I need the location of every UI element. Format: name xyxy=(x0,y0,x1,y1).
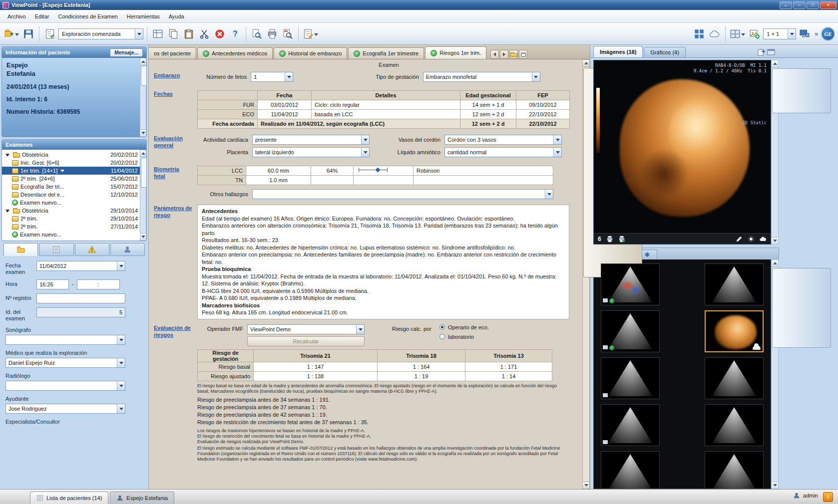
chevron-down-icon[interactable] xyxy=(545,190,553,199)
registry-number-input[interactable] xyxy=(36,293,125,303)
print-preview-button[interactable] xyxy=(250,26,264,41)
chevron-down-icon[interactable] xyxy=(117,404,125,413)
thumbnail-scrollbar[interactable] xyxy=(771,259,779,489)
new-exam-item[interactable]: +Examen nuevo... xyxy=(2,231,140,239)
percentile-slider[interactable] xyxy=(359,168,388,173)
exam-status-select[interactable]: Exploración comenzada xyxy=(58,28,143,39)
minimize-button[interactable]: – xyxy=(793,1,806,9)
add-image-button[interactable] xyxy=(748,26,762,41)
cloud-icon[interactable] xyxy=(760,236,767,243)
menu-condiciones[interactable]: Condiciones de Examen xyxy=(53,11,122,22)
print-image-icon[interactable] xyxy=(606,236,613,243)
cardiac-activity-select[interactable]: presente xyxy=(252,135,370,145)
save-button[interactable] xyxy=(21,26,35,41)
exit-exam-button[interactable] xyxy=(3,26,20,41)
thumbnail[interactable]: ✓ xyxy=(601,310,660,352)
sonographer-select[interactable] xyxy=(5,335,125,345)
exam-tree-item[interactable]: 2º trim.27/11/2014 xyxy=(2,223,140,231)
exam-tree-item[interactable]: Desenlace del e...12/10/2012 xyxy=(2,191,140,199)
worksheet-button[interactable] xyxy=(302,26,319,41)
tab-exam-data[interactable] xyxy=(3,243,38,256)
chevron-down-icon[interactable] xyxy=(117,261,125,270)
exam-tree-item-selected[interactable]: 1er trim. [14+1]11/04/2012 xyxy=(2,167,140,175)
copy-button[interactable] xyxy=(166,26,180,41)
chevron-down-icon[interactable] xyxy=(553,135,561,144)
chevron-down-icon[interactable] xyxy=(553,148,561,157)
amniotic-fluid-select[interactable]: cantidad normal xyxy=(444,147,562,157)
exam-tree-item[interactable]: 2º trim. [24+6]25/06/2012 xyxy=(2,175,140,183)
ultrasound-main-image[interactable]: RAB4-8-D/OB MI 1.1 9.4cm / 1.2 / 46Hz Ti… xyxy=(593,60,771,245)
gestation-type-select[interactable]: Embarazo monofetal xyxy=(423,72,540,82)
help-button[interactable]: ? xyxy=(228,26,242,41)
cancel-button[interactable] xyxy=(213,26,227,41)
cord-vessels-select[interactable]: Cordón con 3 vasos xyxy=(444,135,562,145)
chevron-down-icon[interactable] xyxy=(117,335,125,344)
radio-laboratory[interactable] xyxy=(439,334,445,339)
chevron-down-icon[interactable] xyxy=(285,72,293,81)
thumbnail[interactable] xyxy=(705,357,764,399)
pdf-search-button[interactable] xyxy=(281,26,295,41)
fullscreen-image-icon[interactable] xyxy=(767,48,775,56)
print-report-icon[interactable] xyxy=(618,236,625,243)
chevron-down-icon[interactable] xyxy=(117,381,125,390)
recalculate-button[interactable]: Recalcular xyxy=(247,336,365,346)
exam-date-select[interactable]: 11/04/2012 xyxy=(36,261,125,271)
cut-button[interactable] xyxy=(197,26,211,41)
thumbnail[interactable] xyxy=(705,451,764,489)
tab-imagenes[interactable]: Imágenes (18) xyxy=(593,46,643,57)
layout-grid-button[interactable] xyxy=(692,26,706,41)
chevron-down-icon[interactable] xyxy=(361,135,369,144)
image-layout-select[interactable]: 1 × 1 xyxy=(763,28,796,39)
tab-scroll-right-button[interactable] xyxy=(500,50,508,59)
exams-panel-scrollbar[interactable] xyxy=(140,150,146,241)
exam-tree-folder[interactable]: Obstetricia20/02/2012 xyxy=(2,151,140,159)
dual-monitor-button[interactable] xyxy=(798,26,812,41)
thumbnail[interactable] xyxy=(601,357,660,399)
tab-graficos[interactable]: Gráficos (4) xyxy=(644,47,685,57)
new-exam-item[interactable]: +Examen nuevo... xyxy=(2,199,140,207)
edit-pencil-icon[interactable] xyxy=(736,236,743,243)
print-button[interactable] xyxy=(265,26,279,41)
menu-archivo[interactable]: Archivo xyxy=(3,11,30,22)
main-scrollbar[interactable] xyxy=(582,59,590,489)
chevron-down-icon[interactable] xyxy=(60,170,64,174)
chevron-down-icon[interactable] xyxy=(532,72,540,81)
exam-tree-folder[interactable]: Obstetricia29/10/2014 xyxy=(2,207,140,215)
chevron-down-icon[interactable] xyxy=(788,29,796,39)
tab-warnings[interactable] xyxy=(75,243,109,256)
patient-list-tab[interactable]: Lista de pacientes (14) xyxy=(30,492,108,504)
chevron-down-icon[interactable] xyxy=(117,358,125,367)
cloud-button[interactable] xyxy=(708,26,722,41)
physician-select[interactable]: Daniel Espejo Ruiz xyxy=(5,358,125,368)
chevron-down-icon[interactable] xyxy=(361,148,369,157)
export-image-icon[interactable] xyxy=(757,48,765,56)
menu-editar[interactable]: Editar xyxy=(30,11,54,22)
other-findings-select[interactable] xyxy=(252,189,553,199)
thumbnail[interactable] xyxy=(601,404,660,446)
assistant-select[interactable]: Jose Rodriguez xyxy=(5,404,125,414)
viewer-scrollbar[interactable] xyxy=(771,60,779,245)
chevron-down-icon[interactable] xyxy=(135,29,143,39)
placenta-select[interactable]: lateral izquierdo xyxy=(252,147,370,157)
report-button[interactable] xyxy=(151,26,165,41)
exam-time-input[interactable]: 16:26 xyxy=(36,279,69,289)
paste-button[interactable] xyxy=(182,26,196,41)
thumbnail[interactable] xyxy=(705,263,764,305)
tab-riesgos-1er[interactable]: ✓Riesgos 1er trim. xyxy=(425,46,486,59)
maximize-panel-button[interactable] xyxy=(519,50,527,59)
fmf-operator-select[interactable]: ViewPoint Demo xyxy=(247,324,365,334)
tab-scroll-left-button[interactable] xyxy=(490,50,499,59)
thumbnail-selected-3d[interactable] xyxy=(705,310,764,352)
brightness-icon[interactable] xyxy=(748,236,755,243)
patient-panel-scrollbar[interactable] xyxy=(140,58,146,137)
close-button[interactable]: × xyxy=(820,1,837,9)
tab-historial-embarazo[interactable]: ✓Historial de embarazo xyxy=(274,47,347,59)
current-patient-tab[interactable]: Espejo Estefania xyxy=(110,492,174,504)
screen-layout-button[interactable] xyxy=(729,26,746,41)
thumbnail[interactable] xyxy=(705,404,764,446)
tab-antecedentes[interactable]: ✓Antecedentes médicos xyxy=(197,47,273,59)
thumbnail-doppler[interactable]: ✓ xyxy=(601,263,660,305)
maximize-button[interactable]: □ xyxy=(807,1,819,9)
message-button[interactable]: Mensaje... xyxy=(110,48,143,57)
thumbnail[interactable] xyxy=(601,451,660,489)
